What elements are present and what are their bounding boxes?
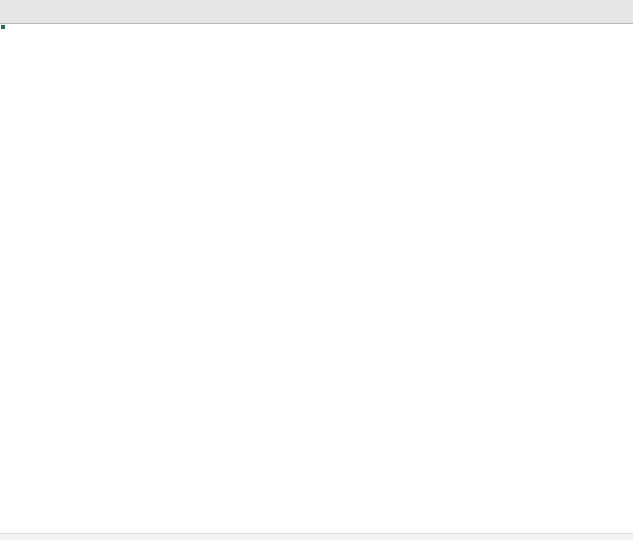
column-headers bbox=[0, 0, 633, 24]
spreadsheet bbox=[0, 0, 633, 540]
active-cell[interactable] bbox=[0, 24, 4, 28]
grid-area[interactable] bbox=[0, 24, 633, 533]
fill-handle-icon[interactable] bbox=[0, 24, 6, 30]
status-bar bbox=[0, 533, 633, 540]
